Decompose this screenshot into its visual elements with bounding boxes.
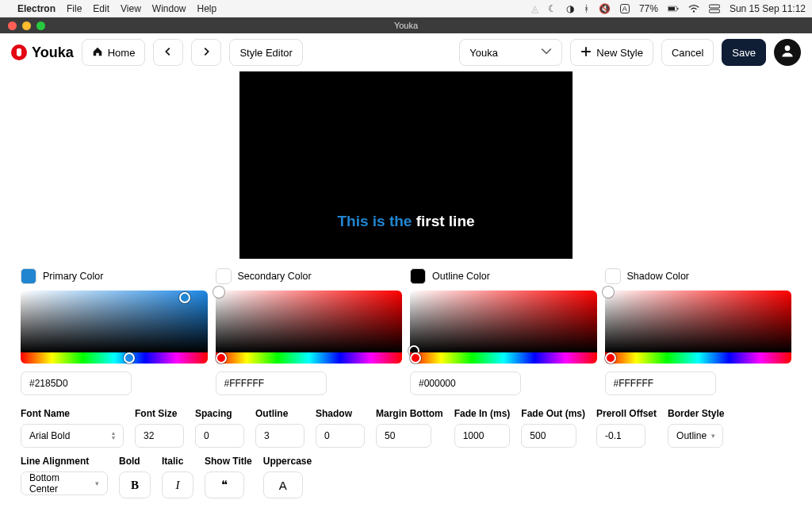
shadow-sv-picker[interactable]: [605, 291, 792, 352]
mac-menu-file[interactable]: File: [67, 3, 82, 14]
bold-toggle[interactable]: B: [119, 471, 151, 498]
fade-in-label: Fade In (ms): [454, 408, 511, 419]
secondary-label: Secondary Color: [238, 271, 312, 282]
mac-menu-window[interactable]: Window: [152, 3, 186, 14]
stepper-icon: ▴▾: [112, 431, 115, 441]
font-name-label: Font Name: [21, 408, 124, 419]
italic-label: Italic: [162, 456, 193, 467]
home-label: Home: [108, 47, 136, 59]
window-titlebar: Youka: [0, 17, 812, 33]
wifi-icon[interactable]: [688, 3, 699, 14]
window-title: Youka: [0, 21, 812, 30]
home-button[interactable]: Home: [82, 39, 146, 66]
margin-bottom-input[interactable]: [385, 430, 423, 441]
battery-percent: 77%: [639, 3, 658, 14]
mac-menubar: Electron File Edit View Window Help ◬ ☾ …: [0, 0, 812, 17]
font-name-value: Arial Bold: [29, 430, 70, 441]
back-button[interactable]: [153, 39, 183, 66]
svg-rect-1: [668, 6, 675, 10]
save-button[interactable]: Save: [722, 39, 766, 66]
italic-toggle[interactable]: I: [162, 471, 193, 498]
shadow-label: Shadow Color: [627, 271, 690, 282]
outline-hue-slider[interactable]: [410, 352, 597, 364]
avatar[interactable]: [774, 39, 801, 66]
outline-color-block: Outline Color: [410, 268, 597, 395]
keyboard-lang-icon[interactable]: A: [620, 4, 630, 13]
svg-rect-5: [709, 10, 720, 13]
preview-text: This is the first line: [239, 213, 573, 230]
hue-cursor[interactable]: [605, 352, 616, 364]
battery-icon[interactable]: [668, 3, 679, 14]
style-select[interactable]: Youka: [459, 39, 562, 66]
secondary-color-block: Secondary Color: [216, 268, 403, 395]
hue-cursor[interactable]: [410, 352, 421, 364]
mac-menu-help[interactable]: Help: [197, 3, 217, 14]
cancel-button[interactable]: Cancel: [661, 39, 714, 66]
svg-point-3: [693, 10, 695, 12]
primary-hue-slider[interactable]: [21, 352, 208, 364]
line-alignment-select[interactable]: Bottom Center ▾: [21, 471, 108, 495]
window-zoom-button[interactable]: [36, 21, 45, 30]
outline-sv-picker[interactable]: [410, 291, 597, 352]
window-minimize-button[interactable]: [22, 21, 31, 30]
circle-play-icon[interactable]: ◑: [566, 3, 574, 14]
primary-color-block: Primary Color: [21, 268, 208, 395]
font-size-label: Font Size: [135, 408, 184, 419]
uppercase-label: Uppercase: [263, 456, 312, 467]
preroll-label: Preroll Offset: [596, 408, 657, 419]
secondary-swatch: [216, 268, 232, 284]
show-title-toggle[interactable]: ❝: [205, 471, 244, 498]
new-style-button[interactable]: New Style: [570, 39, 653, 66]
secondary-sv-picker[interactable]: [216, 291, 403, 352]
forward-button[interactable]: [191, 39, 221, 66]
preroll-input[interactable]: [605, 430, 637, 441]
font-name-select[interactable]: Arial Bold ▴▾: [21, 424, 124, 448]
mac-menu-view[interactable]: View: [121, 3, 141, 14]
fade-out-input[interactable]: [530, 430, 568, 441]
shadow-input[interactable]: [324, 430, 356, 441]
border-style-select[interactable]: Outline ▾: [668, 424, 723, 448]
brand: Youka: [11, 44, 74, 61]
window-close-button[interactable]: [8, 21, 17, 30]
fade-out-label: Fade Out (ms): [521, 408, 585, 419]
sv-cursor[interactable]: [213, 287, 224, 298]
outline-field-label: Outline: [255, 408, 304, 419]
hue-cursor[interactable]: [124, 352, 135, 364]
primary-sv-picker[interactable]: [21, 291, 208, 352]
fields-row-1: Font Name Arial Bold ▴▾ Font Size Spacin…: [21, 408, 791, 448]
triangle-icon[interactable]: ◬: [531, 3, 538, 14]
spacing-label: Spacing: [195, 408, 244, 419]
moon-icon[interactable]: ☾: [548, 3, 557, 14]
cancel-label: Cancel: [672, 47, 703, 59]
bluetooth-icon[interactable]: ᚼ: [584, 3, 589, 14]
mac-clock[interactable]: Sun 15 Sep 11:12: [730, 3, 806, 14]
shadow-hue-slider[interactable]: [605, 352, 792, 364]
style-editor-button[interactable]: Style Editor: [229, 39, 302, 66]
shadow-hex-input[interactable]: [605, 371, 716, 395]
user-icon: [779, 43, 795, 62]
hue-cursor[interactable]: [216, 352, 227, 364]
mac-menu-app[interactable]: Electron: [17, 3, 56, 14]
brand-mark-icon: [11, 44, 27, 60]
chevron-down-icon: ▾: [711, 432, 715, 440]
uppercase-toggle[interactable]: A: [263, 471, 303, 498]
secondary-hue-slider[interactable]: [216, 352, 403, 364]
svg-point-6: [785, 45, 791, 51]
outline-hex-input[interactable]: [410, 371, 521, 395]
mac-menu-edit[interactable]: Edit: [93, 3, 109, 14]
volume-mute-icon[interactable]: 🔇: [599, 3, 611, 14]
fields-row-2: Line Alignment Bottom Center ▾ Bold B It…: [21, 456, 791, 498]
sv-cursor[interactable]: [603, 287, 614, 298]
primary-hex-input[interactable]: [21, 371, 132, 395]
fade-in-input[interactable]: [463, 430, 501, 441]
spacing-input[interactable]: [204, 430, 236, 441]
outline-input[interactable]: [264, 430, 296, 441]
shadow-field-label: Shadow: [316, 408, 365, 419]
font-size-input[interactable]: [144, 430, 175, 441]
control-center-icon[interactable]: [709, 3, 720, 14]
save-label: Save: [732, 47, 756, 59]
bold-label: Bold: [119, 456, 151, 467]
sv-cursor[interactable]: [179, 292, 190, 303]
secondary-hex-input[interactable]: [216, 371, 327, 395]
home-icon: [92, 46, 103, 60]
